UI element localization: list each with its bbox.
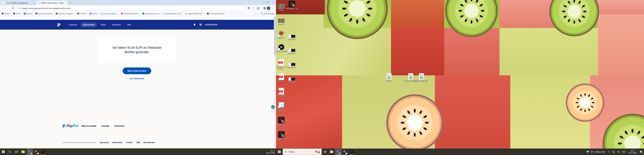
paypal-nav-item[interactable]: Geld senden <box>81 22 97 27</box>
browser-tab[interactable]: PPayPal: Geld senden – Erfolg× <box>36 1 68 5</box>
valhalla-taskbar-button[interactable]: V <box>348 149 355 155</box>
tab-search-button[interactable]: ⌄ <box>1 1 4 4</box>
menu-kebab-icon[interactable]: ⋮ <box>271 6 275 10</box>
forward-button[interactable]: → <box>6 6 10 10</box>
bookmark-item[interactable]: Сообщество Steam... <box>207 13 226 15</box>
bookmark-item[interactable]: Яндекс <box>2 13 10 15</box>
desktop-icon[interactable]: ppvalhalla <box>285 35 299 40</box>
site-info-icon[interactable] <box>18 7 20 9</box>
new-tab-button[interactable]: + <box>68 1 72 4</box>
bookmark-item[interactable]: Gгайд архимаг эссен... <box>164 13 182 15</box>
start-button[interactable] <box>276 149 282 155</box>
footer-link[interactable]: Sicherheit <box>114 125 124 127</box>
language-indicator[interactable]: DEU <box>621 149 627 155</box>
desktop-icon[interactable]: ppvalhalla <box>285 49 299 54</box>
address-bar[interactable]: paypal.com/myaccount/transfer/homepage/s… <box>17 6 246 10</box>
send-more-money-button[interactable]: Mehr Geld senden <box>122 67 151 74</box>
bookmark-item[interactable]: Hager Zählerschran... <box>186 13 204 15</box>
tab-close-icon[interactable]: × <box>65 2 66 4</box>
bookmark-item[interactable]: Поиск в Интернете <box>35 13 52 15</box>
desktop-icon[interactable]: Извин 2 <box>274 18 288 25</box>
paypal-nav-item[interactable]: Hilfe <box>125 22 133 27</box>
bookmark-item[interactable]: Пополнение счета... <box>121 13 139 15</box>
legal-link[interactable]: Beschwerden <box>144 142 155 144</box>
clock-time: 16:17 <box>631 150 635 152</box>
desktop-icon[interactable]: e↗Защита банковск... <box>274 102 288 112</box>
hidden-icons-chevron[interactable] <box>607 149 611 155</box>
legal-link[interactable]: AGB <box>136 142 140 144</box>
paypal-logo-icon[interactable]: PP <box>56 22 62 27</box>
desktop-icon-label: Prüfungs... <box>278 80 285 82</box>
tab-strip: ⌄ VСлужба техподдержки.×PPayPal: Geld se… <box>0 0 276 5</box>
desktop-icon[interactable]: pppvalhalla <box>285 63 299 68</box>
chrome-taskbar-button[interactable]: v <box>335 149 342 155</box>
task-view-icon[interactable] <box>13 149 20 155</box>
side-panel-icon[interactable] <box>262 6 266 10</box>
valhalla-taskbar-button[interactable]: V <box>40 149 46 155</box>
taskbar-search-box[interactable]: Поиск <box>282 149 322 155</box>
desktop-icon[interactable]: VValhallaInst... (2) <box>285 1 299 10</box>
back-button[interactable]: ← <box>1 6 6 10</box>
search-gift-decoration <box>315 151 320 153</box>
bookmark-item[interactable]: [Guide] по Гладиат... <box>56 13 74 15</box>
url-text[interactable]: paypal.com/myaccount/transfer/homepage/s… <box>22 7 71 9</box>
tray-clock[interactable]: 16:17 26.01.2024 <box>627 150 638 154</box>
profile-avatar[interactable]: V <box>267 6 270 10</box>
file-explorer-taskbar-button[interactable] <box>328 149 335 155</box>
scrollbar-thumb[interactable] <box>274 16 276 55</box>
taskbar-clock[interactable]: 16:17 26.01.2024 <box>265 149 276 155</box>
start-button[interactable] <box>0 149 6 155</box>
page-scrollbar[interactable] <box>274 16 276 148</box>
file-explorer-taskbar-button[interactable] <box>20 149 26 155</box>
rain-cloud-icon <box>586 150 590 154</box>
logout-button[interactable]: AUSLOGGEN <box>205 24 218 26</box>
browser-tab[interactable]: VСлужба техподдержки.× <box>6 1 36 5</box>
task-view-icon[interactable] <box>322 149 328 155</box>
weather-widget[interactable]: 9°C Heavy rain <box>584 150 606 154</box>
paypal-nav-item[interactable]: Wallet <box>98 22 108 27</box>
maximize-button[interactable] <box>265 0 270 4</box>
legal-link[interactable]: Cookies <box>126 142 133 144</box>
discord-taskbar-button[interactable] <box>33 149 40 155</box>
tab-close-icon[interactable]: × <box>34 2 35 4</box>
extension-float-button[interactable]: ✓ <box>271 105 275 109</box>
paypal-nav-item[interactable]: Aktivitäten <box>110 22 123 27</box>
bookmark-item[interactable]: Twitch <box>90 13 97 15</box>
taskbar-search-icon[interactable] <box>6 149 13 155</box>
translate-icon[interactable]: Ga <box>247 6 251 10</box>
close-button[interactable]: × <box>270 0 276 4</box>
notifications-bell-icon[interactable] <box>193 23 196 26</box>
settings-gear-icon[interactable] <box>199 23 202 26</box>
reload-button[interactable] <box>11 6 15 10</box>
desktop-icon[interactable]: AStunden DEZ 2023 <box>414 73 428 82</box>
bookmark-item[interactable]: Gкурс евро к рублю... <box>100 13 118 15</box>
action-center-icon[interactable]: 2 <box>638 149 643 155</box>
paypal-footer-logo[interactable]: PP PayPal <box>62 123 78 128</box>
all-bookmarks-button[interactable]: Все закладки <box>261 13 274 15</box>
desktop-icon[interactable]: VValhallaInst... <box>274 117 288 126</box>
desktop-icon-label: ppvalhalla <box>288 52 296 54</box>
network-icon[interactable] <box>612 149 616 155</box>
volume-icon[interactable] <box>616 149 621 155</box>
footer-link[interactable]: Kontakt <box>101 125 109 127</box>
bookmark-item[interactable]: Почта <box>13 13 20 15</box>
bookmark-item[interactable]: YouTube <box>77 13 86 15</box>
extensions-puzzle-icon[interactable] <box>256 6 260 10</box>
desktop-icon[interactable]: pppvalhalla <box>285 77 299 83</box>
paypal-nav-item[interactable]: Startseite <box>66 22 79 27</box>
legal-link[interactable]: Datenschutz <box>112 142 122 144</box>
overview-link[interactable]: Zur Übersicht <box>130 77 144 80</box>
legal-link[interactable]: Impressum <box>100 142 109 144</box>
minimize-button[interactable]: – <box>260 0 265 4</box>
desktop-icon[interactable]: PDFFormblatt M <box>274 88 288 97</box>
footer-link[interactable]: Hilfe & Kontakt <box>81 125 96 127</box>
chrome-taskbar-button[interactable]: v <box>26 149 33 155</box>
desktop-icon[interactable]: VValhallaInst... (1) <box>274 131 288 140</box>
desktop-icon[interactable]: AStunden <box>382 73 396 82</box>
discord-taskbar-button[interactable] <box>342 149 348 155</box>
bookmark-item[interactable]: @Mail.Ru <box>24 13 32 15</box>
bookmarks-overflow-icon[interactable]: » <box>256 13 256 15</box>
bookmark-item[interactable]: Руководство по кл... <box>142 13 161 15</box>
extension-float-handle[interactable] <box>272 110 274 112</box>
bookmark-star-icon[interactable]: ☆ <box>252 6 256 10</box>
